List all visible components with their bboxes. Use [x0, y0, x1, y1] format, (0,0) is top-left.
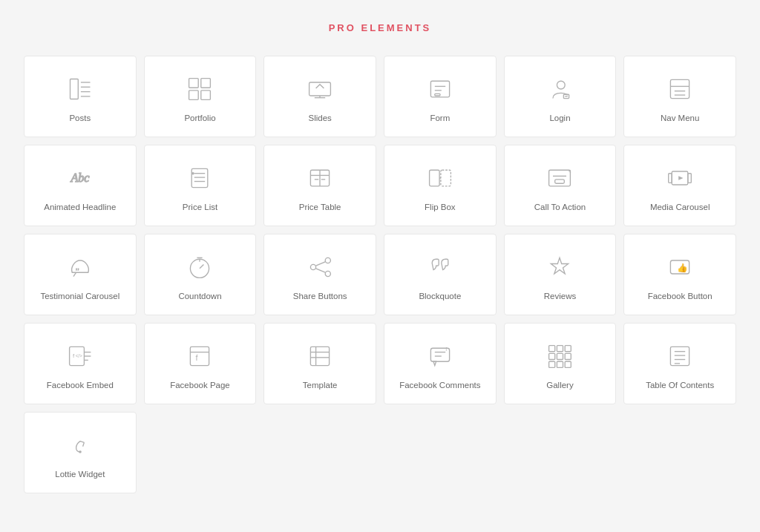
svg-rect-66: [191, 347, 209, 365]
facebook-page-label: Facebook Page: [170, 380, 230, 391]
price-list-icon: [185, 163, 214, 193]
countdown-icon: [185, 252, 214, 282]
svg-line-92: [80, 441, 84, 442]
media-carousel-icon: [665, 163, 695, 193]
animated-headline-icon: Abc: [65, 163, 95, 193]
card-flip-box[interactable]: Flip Box: [384, 145, 497, 226]
svg-rect-39: [555, 179, 565, 183]
svg-point-52: [325, 257, 330, 263]
svg-rect-81: [549, 353, 555, 359]
card-posts[interactable]: Posts: [24, 56, 137, 137]
call-to-action-label: Call To Action: [534, 202, 586, 213]
card-lottie-widget[interactable]: Lottie Widget: [24, 412, 137, 493]
facebook-button-icon: 👍: [665, 252, 695, 282]
facebook-comments-label: Facebook Comments: [399, 380, 480, 391]
svg-rect-78: [549, 345, 555, 351]
lottie-widget-label: Lottie Widget: [55, 469, 105, 480]
login-icon: [545, 74, 574, 104]
slides-label: Slides: [309, 113, 332, 124]
card-share-buttons[interactable]: Share Buttons: [263, 234, 376, 315]
flip-box-label: Flip Box: [425, 202, 456, 213]
facebook-button-label: Facebook Button: [648, 291, 712, 302]
card-countdown[interactable]: Countdown: [144, 234, 257, 315]
svg-rect-34: [429, 170, 439, 186]
card-facebook-page[interactable]: fFacebook Page: [144, 323, 257, 404]
card-media-carousel[interactable]: Media Carousel: [623, 145, 736, 226]
svg-text:,,: ,,: [76, 263, 79, 270]
svg-marker-57: [551, 257, 569, 274]
card-gallery[interactable]: Gallery: [504, 323, 617, 404]
card-login[interactable]: Login: [504, 56, 617, 137]
svg-rect-44: [688, 173, 692, 183]
svg-rect-84: [549, 361, 555, 367]
card-blockquote[interactable]: Blockquote: [384, 234, 497, 315]
flip-box-icon: [425, 163, 455, 193]
card-call-to-action[interactable]: Call To Action: [504, 145, 617, 226]
pro-elements-container: PRO ELEMENTS PostsPortfolioSlidesFormLog…: [24, 22, 736, 493]
svg-text:f: f: [445, 345, 447, 352]
facebook-page-icon: f: [185, 341, 214, 371]
facebook-embed-label: Facebook Embed: [47, 380, 114, 391]
card-template[interactable]: Template: [263, 323, 376, 404]
svg-rect-8: [201, 90, 211, 99]
blockquote-icon: [425, 252, 455, 282]
share-buttons-label: Share Buttons: [293, 291, 347, 302]
testimonial-carousel-icon: ,,: [65, 252, 95, 282]
card-facebook-embed[interactable]: f</>Facebook Embed: [24, 323, 137, 404]
price-list-label: Price List: [183, 202, 217, 213]
card-testimonial-carousel[interactable]: ,,Testimonial Carousel: [24, 234, 137, 315]
svg-text:f: f: [196, 353, 199, 362]
svg-rect-7: [189, 90, 199, 99]
svg-rect-80: [566, 345, 571, 351]
svg-line-46: [73, 272, 76, 276]
svg-rect-83: [566, 353, 571, 359]
card-form[interactable]: Form: [384, 56, 497, 137]
animated-headline-label: Animated Headline: [44, 202, 116, 213]
svg-text:Abc: Abc: [70, 171, 90, 185]
svg-rect-35: [441, 170, 451, 186]
svg-rect-87: [671, 347, 689, 365]
svg-line-55: [316, 261, 326, 265]
portfolio-icon: [185, 74, 214, 104]
price-table-label: Price Table: [299, 202, 341, 213]
svg-line-93: [82, 442, 84, 446]
countdown-label: Countdown: [178, 291, 221, 302]
svg-point-54: [311, 264, 316, 269]
svg-marker-45: [678, 176, 683, 180]
card-reviews[interactable]: Reviews: [504, 234, 617, 315]
svg-rect-79: [557, 345, 563, 351]
card-nav-menu[interactable]: Nav Menu: [623, 56, 736, 137]
table-of-contents-icon: [665, 341, 695, 371]
svg-rect-5: [189, 78, 199, 88]
portfolio-label: Portfolio: [184, 113, 215, 124]
svg-line-56: [316, 268, 326, 272]
svg-marker-76: [433, 361, 436, 365]
svg-text:👍: 👍: [678, 262, 689, 272]
card-facebook-button[interactable]: 👍Facebook Button: [623, 234, 736, 315]
facebook-comments-icon: f: [425, 341, 455, 371]
svg-point-16: [557, 81, 566, 89]
form-icon: [425, 74, 455, 104]
svg-rect-69: [311, 347, 330, 365]
card-facebook-comments[interactable]: fFacebook Comments: [384, 323, 497, 404]
svg-rect-24: [192, 168, 209, 187]
reviews-label: Reviews: [544, 291, 576, 302]
card-price-table[interactable]: Price Table: [263, 145, 376, 226]
svg-rect-19: [671, 79, 689, 98]
svg-point-53: [325, 271, 330, 276]
card-slides[interactable]: Slides: [263, 56, 376, 137]
svg-text:f: f: [73, 352, 75, 358]
svg-rect-82: [557, 353, 563, 359]
posts-label: Posts: [69, 113, 91, 124]
form-label: Form: [430, 113, 450, 124]
card-price-list[interactable]: Price List: [144, 145, 257, 226]
svg-line-50: [200, 264, 203, 268]
card-portfolio[interactable]: Portfolio: [144, 56, 257, 137]
section-title: PRO ELEMENTS: [24, 22, 736, 33]
svg-point-94: [79, 450, 82, 453]
card-table-of-contents[interactable]: Table Of Contents: [623, 323, 736, 404]
card-animated-headline[interactable]: AbcAnimated Headline: [24, 145, 137, 226]
nav-menu-label: Nav Menu: [661, 113, 699, 124]
svg-rect-43: [669, 173, 672, 183]
testimonial-carousel-label: Testimonial Carousel: [40, 291, 119, 302]
